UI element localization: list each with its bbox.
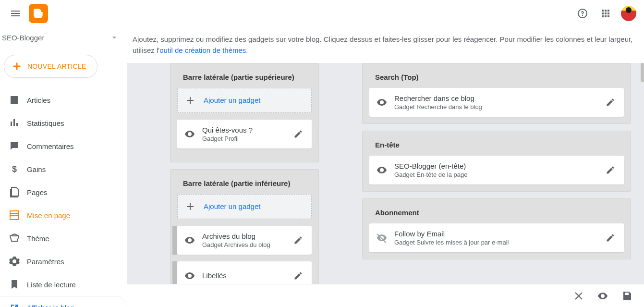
menu-icon bbox=[10, 8, 21, 19]
gadget-title: Rechercher dans ce blog bbox=[394, 94, 602, 102]
visibility-icon bbox=[184, 128, 195, 140]
gadget-subtitle: Gadget Archives du blog bbox=[202, 241, 290, 248]
bookmark-icon bbox=[9, 279, 20, 290]
plus-icon bbox=[184, 201, 196, 212]
nav-settings[interactable]: Paramètres bbox=[0, 250, 127, 273]
nav-reading[interactable]: Liste de lecture bbox=[0, 273, 127, 296]
blogger-logo[interactable] bbox=[29, 4, 48, 23]
pencil-icon bbox=[606, 98, 615, 107]
gear-icon bbox=[9, 256, 20, 267]
edit-gadget-button[interactable] bbox=[290, 125, 307, 143]
preview-button[interactable] bbox=[592, 285, 613, 307]
add-gadget-button[interactable]: Ajouter un gadget bbox=[177, 88, 312, 113]
pencil-icon bbox=[293, 271, 303, 281]
nav-label: Thème bbox=[27, 234, 49, 243]
gadget-subtitle: Gadget En-tête de la page bbox=[394, 171, 602, 178]
gadget-subtitle: Gadget Profil bbox=[202, 135, 290, 142]
help-button[interactable] bbox=[571, 2, 594, 25]
visibility-icon bbox=[376, 164, 388, 176]
layout-icon bbox=[9, 209, 20, 221]
edit-gadget-button[interactable] bbox=[602, 229, 619, 246]
svg-text:$: $ bbox=[12, 164, 17, 174]
gadget-subtitle: Gadget Suivre les mises à jour par e-mai… bbox=[394, 239, 602, 246]
blog-selector[interactable]: SEO-Blogger bbox=[0, 27, 127, 48]
gadget-search[interactable]: Rechercher dans ce blog Gadget Recherche… bbox=[369, 88, 624, 117]
nav-articles[interactable]: Articles bbox=[0, 88, 127, 111]
nav-layout[interactable]: Mise en page bbox=[0, 204, 127, 227]
pencil-icon bbox=[606, 165, 615, 175]
section-title: Barre latérale (partie supérieure) bbox=[177, 71, 312, 88]
menu-button[interactable] bbox=[4, 2, 27, 25]
nav-pages[interactable]: Pages bbox=[0, 181, 127, 204]
nav-label: Afficher le blog bbox=[27, 304, 74, 307]
gadget-title: Follow by Email bbox=[394, 230, 602, 238]
gadget-title: Archives du blog bbox=[202, 232, 290, 240]
user-avatar[interactable] bbox=[621, 6, 636, 21]
articles-icon bbox=[9, 94, 20, 106]
intro-text: Ajoutez, supprimez ou modifiez des gadge… bbox=[127, 27, 644, 63]
save-icon bbox=[621, 290, 632, 302]
nav-label: Statistiques bbox=[27, 119, 64, 127]
add-gadget-label: Ajouter un gadget bbox=[204, 202, 260, 210]
nav-label: Pages bbox=[27, 188, 48, 196]
scrollbar[interactable] bbox=[641, 63, 644, 82]
visibility-icon bbox=[597, 290, 608, 302]
gadget-profile[interactable]: Qui êtes-vous ? Gadget Profil bbox=[177, 120, 312, 148]
gadget-follow-email[interactable]: Follow by Email Gadget Suivre les mises … bbox=[369, 223, 624, 252]
nav-label: Commentaires bbox=[27, 142, 74, 150]
topbar bbox=[0, 0, 644, 27]
cancel-button[interactable] bbox=[568, 285, 589, 307]
section-header: En-tête SEO-Blogger (en-tête) Gadget En-… bbox=[362, 131, 631, 192]
main: Ajoutez, supprimez ou modifiez des gadge… bbox=[127, 27, 644, 307]
section-search-top: Search (Top) Rechercher dans ce blog Gad… bbox=[362, 63, 631, 124]
stats-icon bbox=[9, 117, 20, 129]
comments-icon bbox=[9, 140, 20, 152]
visibility-icon bbox=[184, 234, 195, 246]
blog-name: SEO-Blogger bbox=[2, 34, 109, 42]
gadget-title: Libellés bbox=[202, 271, 290, 280]
chevron-down-icon bbox=[109, 33, 119, 42]
edit-gadget-button[interactable] bbox=[602, 94, 619, 111]
gadget-title: SEO-Blogger (en-tête) bbox=[394, 162, 602, 170]
help-icon bbox=[577, 8, 588, 19]
theme-icon bbox=[9, 233, 20, 244]
nav: Articles Statistiques Commentaires $ Gai… bbox=[0, 88, 127, 307]
nav-comments[interactable]: Commentaires bbox=[0, 135, 127, 158]
apps-button[interactable] bbox=[594, 2, 617, 25]
nav-label: Gains bbox=[27, 165, 46, 173]
nav-earnings[interactable]: $ Gains bbox=[0, 158, 127, 181]
visibility-off-icon bbox=[376, 232, 388, 244]
gadget-subtitle: Gadget Recherche dans le blog bbox=[394, 103, 602, 111]
intro-after: . bbox=[246, 46, 248, 54]
section-title: Barre latérale (partie inférieure) bbox=[177, 177, 312, 194]
plus-icon bbox=[184, 95, 196, 106]
pencil-icon bbox=[293, 129, 303, 139]
close-icon bbox=[573, 290, 584, 302]
nav-stats[interactable]: Statistiques bbox=[0, 111, 127, 135]
nav-view-blog[interactable]: Afficher le blog bbox=[0, 296, 127, 307]
gadget-archives[interactable]: Archives du blog Gadget Archives du blog bbox=[177, 226, 312, 255]
nav-theme[interactable]: Thème bbox=[0, 227, 127, 250]
plus-icon bbox=[11, 61, 23, 72]
gadget-header[interactable]: SEO-Blogger (en-tête) Gadget En-tête de … bbox=[369, 156, 624, 184]
pencil-icon bbox=[293, 235, 303, 245]
visibility-icon bbox=[376, 97, 388, 108]
edit-gadget-button[interactable] bbox=[602, 161, 619, 179]
blogger-logo-icon bbox=[32, 7, 45, 20]
theme-designer-link[interactable]: outil de création de thèmes bbox=[159, 46, 246, 54]
dollar-icon: $ bbox=[9, 163, 20, 175]
section-title: Search (Top) bbox=[369, 71, 624, 88]
section-subscribe: Abonnement Follow by Email Gadget Suivre… bbox=[362, 198, 631, 259]
add-gadget-button[interactable]: Ajouter un gadget bbox=[177, 194, 312, 219]
layout-area[interactable]: Barre latérale (partie supérieure) Ajout… bbox=[127, 63, 644, 307]
nav-label: Paramètres bbox=[27, 258, 64, 266]
nav-label: Mise en page bbox=[27, 211, 70, 220]
apps-icon bbox=[600, 8, 611, 19]
edit-gadget-button[interactable] bbox=[290, 267, 307, 284]
new-post-button[interactable]: NOUVEL ARTICLE bbox=[4, 55, 97, 78]
section-sidebar-bottom: Barre latérale (partie inférieure) Ajout… bbox=[170, 169, 319, 297]
visibility-icon bbox=[184, 270, 195, 282]
section-title: En-tête bbox=[369, 139, 624, 156]
save-button[interactable] bbox=[616, 285, 637, 307]
edit-gadget-button[interactable] bbox=[290, 232, 307, 249]
